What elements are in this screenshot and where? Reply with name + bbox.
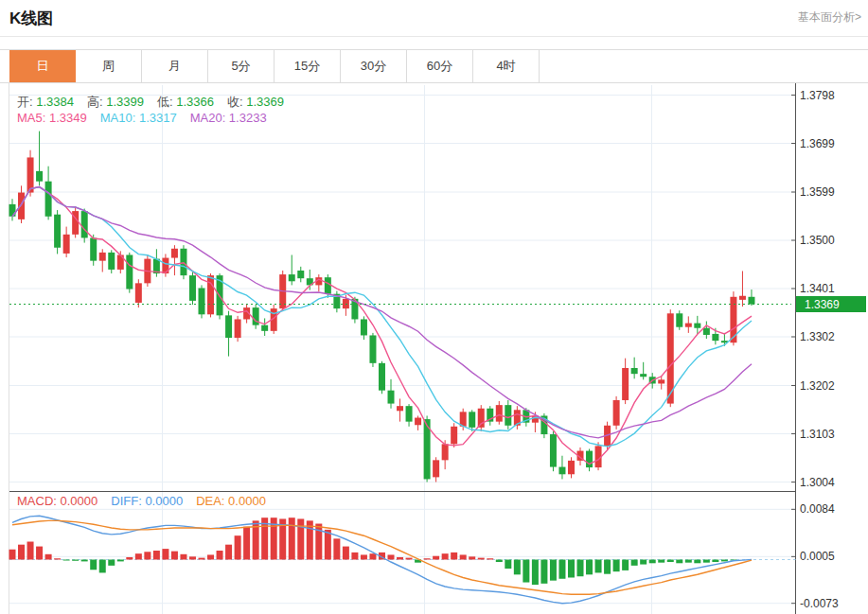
grid-lines (9, 83, 796, 614)
macd-pane (9, 516, 796, 603)
ma20-line (12, 187, 752, 438)
ma10-line (12, 187, 752, 447)
legend-value: 1.3366 (173, 95, 214, 109)
legend-label: 低: (157, 95, 173, 109)
legend-value: 1.3349 (45, 111, 86, 125)
svg-text:1.3202: 1.3202 (800, 379, 835, 393)
svg-text:1.3302: 1.3302 (800, 330, 835, 343)
legend-label: 开: (17, 95, 33, 109)
svg-text:1.3500: 1.3500 (800, 234, 835, 247)
legend-label: DIFF: (111, 494, 142, 508)
svg-text:1.3798: 1.3798 (800, 89, 835, 102)
legend-value: 0.0000 (142, 494, 183, 508)
tab-30min[interactable]: 30分 (341, 50, 407, 82)
tab-week[interactable]: 周 (76, 50, 142, 82)
macd-legend: MACD: 0.0000DIFF: 0.0000DEA: 0.0000 (17, 494, 266, 508)
svg-text:-0.0073: -0.0073 (800, 597, 839, 610)
ma5-line (12, 187, 752, 465)
svg-text:1.3004: 1.3004 (800, 476, 835, 489)
tab-4hour[interactable]: 4时 (473, 50, 540, 82)
legend-value: 0.0000 (224, 494, 265, 508)
legend-label: MA20: (190, 111, 226, 125)
tab-day[interactable]: 日 (9, 50, 76, 82)
kline-page: K线图 基本面分析> 日周月5分15分30分60分4时 1.33691.3798… (0, 0, 868, 614)
tab-15min[interactable]: 15分 (275, 50, 341, 82)
ohlc-legend: 开: 1.3384高: 1.3399低: 1.3366收: 1.3369 (17, 94, 284, 111)
tab-5min[interactable]: 5分 (208, 50, 275, 82)
legend-value: 1.3233 (225, 111, 266, 125)
legend-label: MA5: (17, 111, 45, 125)
tab-month[interactable]: 月 (142, 50, 208, 82)
svg-text:1.3699: 1.3699 (800, 137, 835, 150)
legend-value: 1.3399 (103, 95, 144, 109)
legend-value: 1.3317 (135, 111, 176, 125)
svg-text:1.3369: 1.3369 (805, 298, 840, 311)
fundamental-analysis-link[interactable]: 基本面分析> (798, 9, 861, 26)
legend-label: MACD: (17, 494, 57, 508)
legend-value: 1.3369 (243, 95, 284, 109)
ma-legend: MA5: 1.3349MA10: 1.3317MA20: 1.3233 (17, 111, 267, 125)
legend-value: 0.0000 (57, 494, 97, 508)
legend-label: 收: (227, 95, 243, 109)
legend-label: MA10: (100, 111, 136, 125)
svg-text:0.0084: 0.0084 (800, 502, 835, 516)
kline-chart: 1.33691.37981.36991.35991.35001.34011.33… (0, 83, 868, 614)
svg-text:1.3599: 1.3599 (800, 185, 835, 199)
legend-value: 1.3384 (33, 95, 74, 109)
legend-label: 高: (87, 95, 103, 109)
header-divider (0, 36, 868, 37)
candlestick-pane (9, 132, 792, 482)
svg-text:1.3401: 1.3401 (800, 282, 835, 295)
timeframe-tabs: 日周月5分15分30分60分4时 (0, 49, 868, 83)
svg-text:1.3103: 1.3103 (800, 428, 835, 441)
current-price-badge: 1.3369 (796, 296, 866, 312)
legend-label: DEA: (196, 494, 224, 508)
svg-text:0.0005: 0.0005 (800, 550, 835, 563)
page-title: K线图 (9, 8, 53, 29)
tab-60min[interactable]: 60分 (407, 50, 473, 82)
